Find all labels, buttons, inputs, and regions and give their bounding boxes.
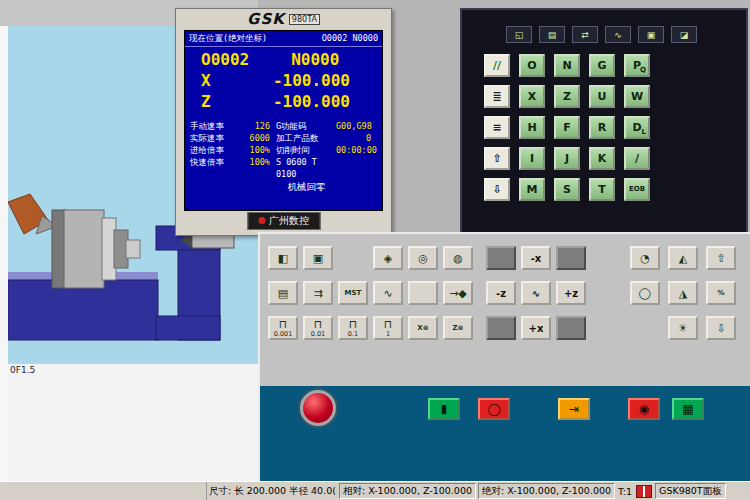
auto-mode-button[interactable]: ▣ xyxy=(303,246,333,270)
mode-button-cluster: ◧▣◈◎◍▤⇉MST∿→◆⊓0.001⊓0.01⊓0.1⊓1X⊛Z⊛ xyxy=(268,246,473,340)
key-label: EOB xyxy=(629,186,645,193)
key-EOB[interactable]: EOB xyxy=(624,178,650,201)
key-I[interactable]: I xyxy=(519,147,545,170)
status-label: S 0600 T 0100 xyxy=(276,156,336,180)
step-001-button[interactable]: ⊓0.01 xyxy=(303,316,333,340)
key-M[interactable]: M xyxy=(519,178,545,201)
jog-minus-z-button[interactable]: -z xyxy=(486,281,516,305)
power-off-button[interactable]: ◯ xyxy=(478,398,510,420)
button-icon: ∿ xyxy=(383,288,392,299)
key-J[interactable]: J xyxy=(554,147,580,170)
feed-hold-button[interactable]: ⇥ xyxy=(558,398,590,420)
status-row: 手动速率126G功能码G00,G98 xyxy=(190,120,377,132)
key-slash[interactable]: / xyxy=(624,147,650,170)
input-key[interactable]: ≣ xyxy=(484,85,510,108)
step-1-button[interactable]: ⊓1 xyxy=(373,316,403,340)
key-F[interactable]: F xyxy=(554,116,580,139)
rapid-traverse-button[interactable]: ∿ xyxy=(521,281,551,305)
button-icon: MST xyxy=(345,290,362,297)
key-U[interactable]: U xyxy=(589,85,615,108)
key-S[interactable]: S xyxy=(554,178,580,201)
single-block-button[interactable]: ▤ xyxy=(268,281,298,305)
cycle-start-button[interactable]: ▦ xyxy=(672,398,704,420)
key-T[interactable]: T xyxy=(589,178,615,201)
emergency-stop-button[interactable] xyxy=(300,390,336,426)
position-key[interactable]: ◱ xyxy=(506,26,532,43)
keyboard-row: ≡HFRDL xyxy=(484,116,650,139)
machine-zero-button[interactable]: ◎ xyxy=(408,246,438,270)
button-icon: ⊓ xyxy=(384,319,393,330)
key-K[interactable]: K xyxy=(589,147,615,170)
status-row: 实际速率6000加工产品数0 xyxy=(190,132,377,144)
key-X[interactable]: X xyxy=(519,85,545,108)
screen-header-left: 现在位置(绝对坐标) xyxy=(189,33,267,45)
step-0001-button[interactable]: ⊓0.001 xyxy=(268,316,298,340)
z-handwheel-button[interactable]: Z⊛ xyxy=(443,316,473,340)
button-icon: ◎ xyxy=(418,253,428,264)
status-value: 6000 xyxy=(238,132,276,144)
program-key[interactable]: ▤ xyxy=(539,26,565,43)
dry-run-button[interactable]: ∿ xyxy=(373,281,403,305)
key-P-Q[interactable]: PQ xyxy=(624,54,650,77)
rapid-up-button[interactable]: ⇧ xyxy=(706,246,736,270)
spindle-ccw-button[interactable]: ☀ xyxy=(668,316,698,340)
cnc-display-unit: GSK 980TA 现在位置(绝对坐标) O0002 N0000 O0002 N… xyxy=(175,8,392,236)
sequence-number: N0000 xyxy=(291,49,339,70)
power-on-button[interactable]: ▮ xyxy=(428,398,460,420)
key-label: // xyxy=(493,60,501,71)
diagnosis-key[interactable]: ◪ xyxy=(671,26,697,43)
manual-mode-button[interactable]: ◍ xyxy=(443,246,473,270)
cursor-up-key[interactable]: ⇧ xyxy=(484,147,510,170)
key-G[interactable]: G xyxy=(589,54,615,77)
skip-block-button[interactable]: ⇉ xyxy=(303,281,333,305)
blank-button[interactable] xyxy=(556,246,586,270)
cycle-stop-button[interactable]: ◉ xyxy=(628,398,660,420)
reset-key[interactable]: // xyxy=(484,54,510,77)
key-Z[interactable]: Z xyxy=(554,85,580,108)
key-label: D xyxy=(632,122,641,133)
button-label: 0.1 xyxy=(348,331,358,338)
button-icon: ◈ xyxy=(384,253,392,264)
key-W[interactable]: W xyxy=(624,85,650,108)
blank-button[interactable] xyxy=(556,316,586,340)
blank-button[interactable] xyxy=(486,316,516,340)
output-key[interactable]: ≡ xyxy=(484,116,510,139)
setting-key[interactable]: ▣ xyxy=(638,26,664,43)
rapid-down-button[interactable]: ⇩ xyxy=(706,316,736,340)
key-H[interactable]: H xyxy=(519,116,545,139)
override-button[interactable]: % xyxy=(706,281,736,305)
badge-text: 广州数控 xyxy=(269,215,309,226)
spindle-cw-button[interactable]: ◔ xyxy=(630,246,660,270)
alarm-key[interactable]: ∿ xyxy=(605,26,631,43)
edit-mode-button[interactable]: ◧ xyxy=(268,246,298,270)
tool-change-button[interactable]: ◭ xyxy=(668,246,698,270)
jog-plus-z-button[interactable]: +z xyxy=(556,281,586,305)
x-handwheel-button[interactable]: X⊛ xyxy=(408,316,438,340)
jog-plus-x-button[interactable]: +x xyxy=(521,316,551,340)
empty-cell xyxy=(630,316,660,340)
program-number: O0002 xyxy=(201,49,249,70)
key-R[interactable]: R xyxy=(589,116,615,139)
mst-lock-button[interactable]: MST xyxy=(338,281,368,305)
simulation-info-area: 0F1.5 xyxy=(8,363,258,482)
cursor-down-key[interactable]: ⇩ xyxy=(484,178,510,201)
offset-key[interactable]: ⇄ xyxy=(572,26,598,43)
mode-indicator: 机械回零 xyxy=(185,181,382,194)
coolant-button[interactable]: ◮ xyxy=(668,281,698,305)
key-D-L[interactable]: DL xyxy=(624,116,650,139)
blank-button[interactable] xyxy=(486,246,516,270)
status-label: 快速倍率 xyxy=(190,156,238,180)
mdi-mode-button[interactable]: ◈ xyxy=(373,246,403,270)
key-O[interactable]: O xyxy=(519,54,545,77)
jog-minus-x-button[interactable]: -x xyxy=(521,246,551,270)
program-zero-button[interactable]: →◆ xyxy=(443,281,473,305)
machine-lock-button[interactable] xyxy=(408,281,438,305)
key-N[interactable]: N xyxy=(554,54,580,77)
step-01-button[interactable]: ⊓0.1 xyxy=(338,316,368,340)
status-value: G00,G98 xyxy=(336,120,378,132)
button-icon: ▤ xyxy=(278,288,288,299)
status-value xyxy=(336,156,377,180)
axis-label: Z xyxy=(201,91,211,112)
spindle-stop-button[interactable]: ◯ xyxy=(630,281,660,305)
button-label: 1 xyxy=(386,331,390,338)
